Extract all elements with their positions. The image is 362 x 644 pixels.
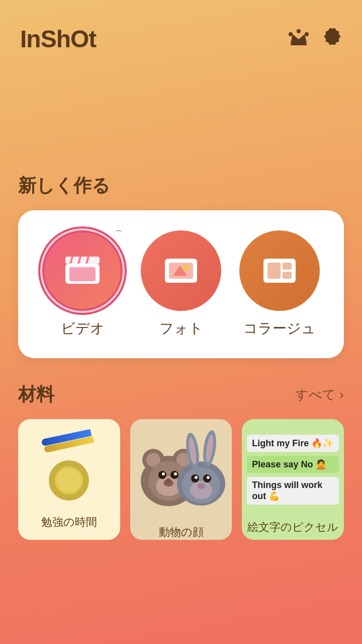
create-video-item[interactable]: ⌒ ビデオ [42,230,123,338]
header-actions [289,27,342,51]
pixel-text-1: Light my Fire 🔥✨ [247,435,339,452]
header: InShOt [0,0,362,63]
svg-rect-1 [291,43,307,45]
svg-point-28 [162,472,165,475]
svg-point-4 [305,32,309,36]
notch: ⌒ [113,228,125,240]
svg-rect-17 [283,263,292,270]
see-all-button[interactable]: すべて › [295,386,344,404]
svg-point-2 [289,32,293,36]
collage-label: コラージュ [243,319,316,338]
pixel-text-3: Things will work out 💪 [247,477,339,505]
study-content [36,429,102,510]
settings-icon[interactable] [323,27,342,51]
create-collage-item[interactable]: コラージュ [239,230,320,338]
study-label: 勉強の時間 [41,515,97,530]
material-study-card[interactable]: 勉強の時間 [18,419,120,540]
svg-point-3 [297,29,301,33]
material-pixel-card[interactable]: Light my Fire 🔥✨ Please say No 🙅 Things … [242,419,344,540]
materials-header: 材料 すべて › [18,382,344,407]
svg-marker-0 [291,34,307,43]
materials-section-title: 材料 [18,382,54,407]
svg-point-43 [197,483,205,489]
video-label: ビデオ [61,319,105,338]
selected-ring [38,226,127,315]
pixel-text-2: Please say No 🙅 [247,456,339,473]
svg-point-42 [207,476,210,479]
create-card: ⌒ ビデオ フォト [18,210,344,358]
pixel-label: 絵文字のピクセル [247,520,338,535]
materials-grid: 勉強の時間 [18,419,344,540]
svg-rect-16 [267,263,281,279]
svg-rect-18 [283,272,292,279]
animals-label: 動物の顔 [159,525,204,540]
animals-content [130,419,232,520]
app-logo: InShOt [20,25,96,53]
svg-point-14 [183,265,189,271]
collage-circle[interactable] [239,230,320,311]
svg-point-29 [174,472,177,475]
create-section-title: 新しく作る [18,174,344,198]
material-animals-card[interactable]: 動物の顔 [130,419,232,540]
svg-point-31 [166,478,171,484]
crown-icon[interactable] [289,29,309,50]
photo-label: フォト [159,319,203,338]
svg-point-41 [195,476,198,479]
pixel-content: Light my Fire 🔥✨ Please say No 🙅 Things … [242,425,344,515]
create-photo-item[interactable]: フォト [141,230,221,338]
photo-circle[interactable] [141,230,221,311]
main-content: 新しく作る [0,174,362,540]
